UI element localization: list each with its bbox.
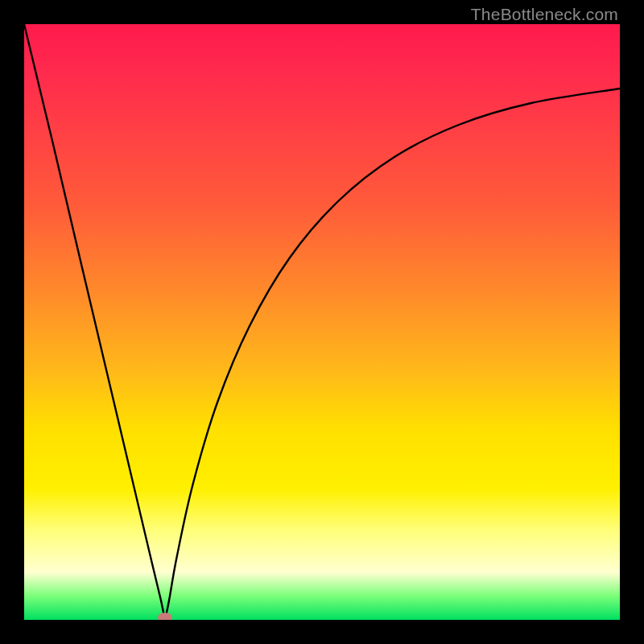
chart-plot-area (24, 24, 620, 620)
watermark-text: TheBottleneck.com (471, 5, 618, 24)
curve-left-branch (24, 24, 165, 620)
minimum-marker (158, 613, 172, 620)
curve-right-branch (165, 89, 620, 620)
chart-svg (24, 24, 620, 620)
